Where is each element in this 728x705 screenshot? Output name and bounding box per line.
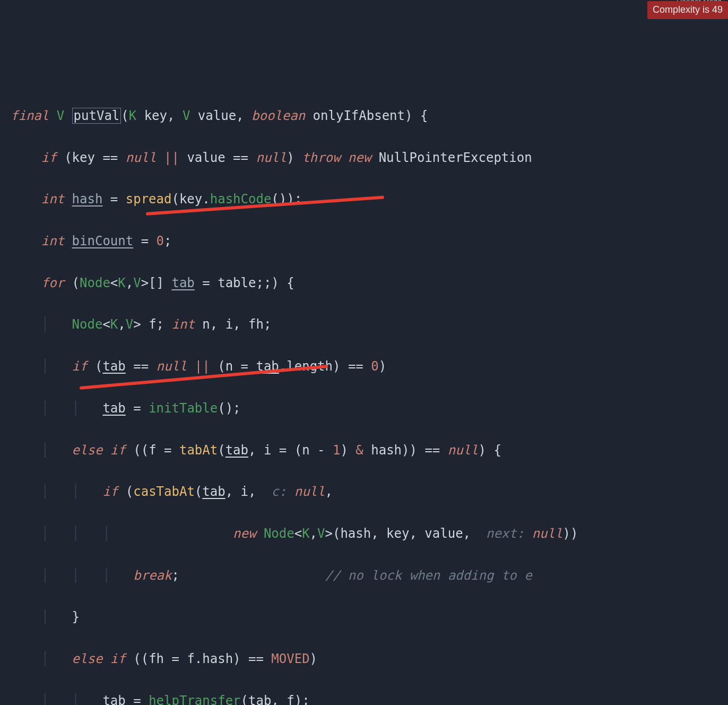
code-line: final V putVal(K key, V value, boolean o…: [11, 106, 728, 126]
code-line: │ │ tab = initTable();: [11, 398, 728, 419]
code-editor[interactable]: Reader Mode Complexity is 49 final V put…: [0, 0, 728, 705]
code-line: │ │ if (casTabAt(tab, i, c: null,: [11, 482, 728, 502]
code-line: if (key == null || value == null) throw …: [11, 148, 728, 168]
code-line: │ else if ((f = tabAt(tab, i = (n - 1) &…: [11, 440, 728, 461]
code-line: │ │ │ new Node<K,V>(hash, key, value, ne…: [11, 523, 728, 544]
code-line: │ }: [11, 607, 728, 627]
complexity-badge[interactable]: Complexity is 49: [647, 1, 728, 19]
code-line: │ Node<K,V> f; int n, i, fh;: [11, 314, 728, 335]
code-line: int binCount = 0;: [11, 231, 728, 252]
code-line: for (Node<K,V>[] tab = table;;) {: [11, 273, 728, 294]
code-line: │ │ tab = helpTransfer(tab, f);: [11, 691, 728, 705]
code-line: │ else if ((fh = f.hash) == MOVED): [11, 649, 728, 669]
code-line: │ │ │ break; // no lock when adding to e: [11, 565, 728, 586]
method-name: putVal: [72, 108, 122, 124]
code-line: │ if (tab == null || (n = tab.length) ==…: [11, 356, 728, 377]
